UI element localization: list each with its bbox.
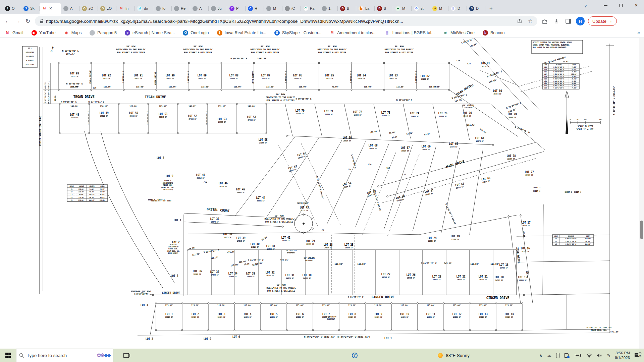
- browser-tab[interactable]: Io: [153, 3, 172, 14]
- svg-text:275.00': 275.00': [78, 199, 84, 201]
- tab-close-icon[interactable]: ✕: [49, 6, 52, 11]
- bookmarks-overflow-icon[interactable]: »: [637, 30, 640, 35]
- bookmark-item[interactable]: SSkySlope - Custom...: [274, 30, 321, 36]
- svg-text:33346 SF: 33346 SF: [257, 200, 264, 202]
- browser-tab[interactable]: 1:: [319, 3, 338, 14]
- bookmark-item[interactable]: ≋MidWestOne: [443, 30, 475, 36]
- refresh-button[interactable]: ↻: [23, 16, 33, 26]
- browser-tab[interactable]: BB: [375, 3, 393, 14]
- svg-text:22186 SF: 22186 SF: [507, 158, 515, 160]
- taskbar-search[interactable]: Type here to search ✿❀◆◆: [16, 349, 113, 362]
- svg-text:60.00': 60.00': [79, 194, 84, 195]
- browser-tab[interactable]: BB: [338, 3, 356, 14]
- side-panel-icon[interactable]: [564, 17, 573, 25]
- new-tab-button[interactable]: +: [487, 4, 495, 13]
- pen-icon[interactable]: ✎: [607, 353, 610, 358]
- browser-tab[interactable]: 1O: [3, 3, 21, 14]
- tab-label: Pa: [310, 6, 314, 10]
- bookmark-item[interactable]: Paragon 5: [90, 30, 117, 36]
- browser-tab[interactable]: CH: [246, 3, 264, 14]
- start-button[interactable]: [0, 349, 16, 362]
- svg-text:15025 SF: 15025 SF: [244, 316, 251, 318]
- taskbar-clock[interactable]: 3:56 PM 9/1/2023: [615, 351, 630, 360]
- svg-text:15025 SF: 15025 SF: [296, 316, 304, 318]
- volume-icon[interactable]: [597, 353, 602, 358]
- back-button[interactable]: ←: [3, 16, 13, 26]
- action-center-icon[interactable]: 1: [634, 353, 640, 358]
- bookmark-item[interactable]: eeSearch | Name Sea...: [125, 30, 175, 36]
- svg-text:LOT 12: LOT 12: [452, 313, 462, 316]
- tab-search-chevron-icon[interactable]: ∨: [581, 1, 590, 11]
- browser-tab[interactable]: Gst: [412, 3, 430, 14]
- profile-avatar[interactable]: H: [576, 17, 585, 25]
- svg-text:27463 SF: 27463 SF: [189, 118, 196, 120]
- browser-tab[interactable]: Re: [172, 3, 190, 14]
- browser-tab[interactable]: SD: [467, 3, 485, 14]
- bookmark-item[interactable]: OOneLogin: [183, 30, 209, 36]
- svg-text:16818 SF: 16818 SF: [422, 148, 430, 150]
- browser-tab[interactable]: ddo: [135, 3, 153, 14]
- favicon: [90, 30, 95, 36]
- bookmark-item[interactable]: MGmail: [5, 30, 23, 36]
- bookmark-star-icon[interactable]: ☆: [527, 17, 534, 25]
- extensions-puzzle-icon[interactable]: [540, 17, 549, 25]
- download-icon[interactable]: [552, 17, 561, 25]
- cloud-icon[interactable]: ☁: [547, 353, 551, 358]
- bookmark-item[interactable]: bBeacon: [483, 30, 504, 36]
- browser-tab[interactable]: MIn: [116, 3, 135, 14]
- scrollbar-track[interactable]: [639, 38, 644, 349]
- browser-tab[interactable]: M: [264, 3, 282, 14]
- maximize-button[interactable]: [613, 0, 629, 11]
- svg-text:116.47': 116.47': [89, 199, 95, 201]
- forward-button[interactable]: →: [13, 16, 23, 26]
- bookmark-item[interactable]: ⣿Locations | BGRS tal...: [385, 30, 435, 36]
- svg-text:FOR STREET & UTILITIES: FOR STREET & UTILITIES: [117, 51, 145, 54]
- svg-text:30043 SF: 30043 SF: [129, 115, 137, 117]
- taskbar-weather[interactable]: 88°F Sunny: [438, 349, 470, 362]
- browser-tab[interactable]: ♣M: [393, 3, 412, 14]
- svg-text:C22: C22: [402, 173, 406, 176]
- close-button[interactable]: ×: [629, 0, 644, 11]
- svg-text:17105 SF: 17105 SF: [296, 113, 304, 115]
- svg-text:18' UTILITY: 18' UTILITY: [463, 104, 474, 106]
- company-portal-icon[interactable]: [564, 353, 569, 358]
- browser-menu-icon[interactable]: ⋮: [609, 19, 613, 24]
- browser-tab[interactable]: Ju: [209, 3, 227, 14]
- browser-tab[interactable]: OzO: [98, 3, 116, 14]
- svg-text:LOT 13: LOT 13: [478, 313, 488, 316]
- search-highlight-art[interactable]: ✿❀◆◆: [97, 352, 110, 358]
- bookmark-item[interactable]: ▶YouTube: [32, 30, 56, 36]
- browser-tab[interactable]: SSk: [21, 3, 40, 14]
- taskbar-get-help[interactable]: ?: [349, 349, 360, 362]
- browser-tab[interactable]: ↗M: [430, 3, 448, 14]
- bookmark-item[interactable]: ◉Maps: [64, 30, 82, 36]
- browser-tab[interactable]: ◠Pa: [301, 3, 319, 14]
- favicon: d: [137, 6, 142, 11]
- scrollbar-thumb[interactable]: [640, 221, 643, 239]
- svg-text:LOT 26: LOT 26: [406, 274, 416, 277]
- browser-tab[interactable]: A: [61, 3, 79, 14]
- browser-tab[interactable]: iC: [282, 3, 301, 14]
- taskbar-app-task-view[interactable]: [118, 349, 134, 362]
- browser-tab[interactable]: ▙La: [356, 3, 375, 14]
- minimize-button[interactable]: [598, 0, 613, 11]
- wifi-icon[interactable]: [586, 353, 592, 358]
- phone-link-icon[interactable]: [556, 353, 559, 358]
- chrome-update-button[interactable]: Update ⋮: [588, 16, 617, 26]
- battery-icon[interactable]: [575, 354, 581, 357]
- url-text[interactable]: https://mail.google.com/mail/u/0/?zx=xg2…: [46, 19, 513, 24]
- share-icon[interactable]: [516, 17, 523, 25]
- bookmark-item[interactable]: IIowa Real Estate Lic...: [217, 30, 266, 36]
- svg-text:148.00': 148.00': [70, 105, 78, 107]
- svg-text:L13: L13: [470, 84, 474, 88]
- browser-tab[interactable]: ⣿D: [448, 3, 467, 14]
- bookmark-item[interactable]: MAmendment to clos...: [329, 30, 376, 36]
- chevron-up-icon[interactable]: ∧: [539, 353, 542, 358]
- address-bar[interactable]: https://mail.google.com/mail/u/0/?zx=xg2…: [35, 16, 537, 26]
- browser-tab[interactable]: A: [190, 3, 209, 14]
- svg-text:19909 SF: 19909 SF: [193, 273, 201, 275]
- browser-tab[interactable]: OzO: [79, 3, 98, 14]
- svg-text:LOT 3: LOT 3: [171, 275, 178, 278]
- browser-tab[interactable]: CP: [227, 3, 246, 14]
- browser-tab-active[interactable]: M✕: [40, 3, 61, 14]
